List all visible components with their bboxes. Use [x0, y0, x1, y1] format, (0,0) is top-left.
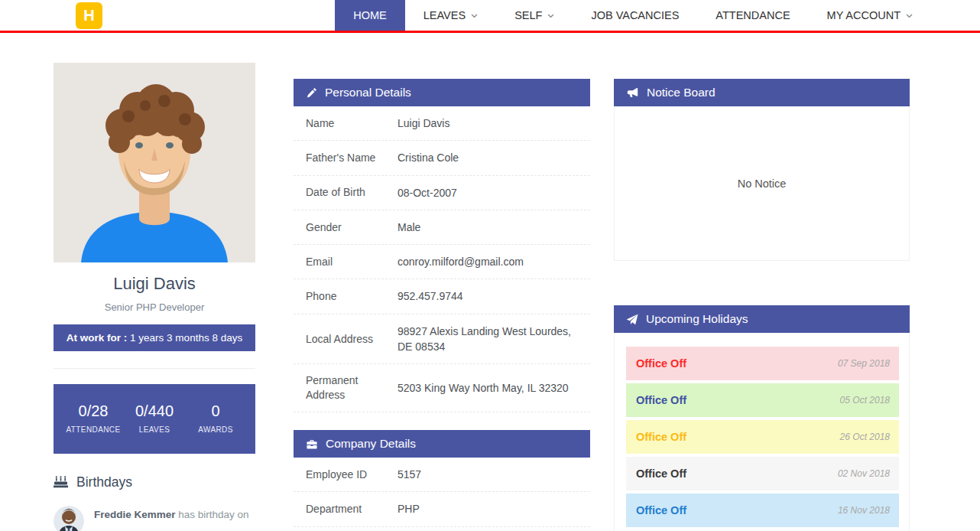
holiday-date: 02 Nov 2018	[838, 468, 890, 479]
nav-item-leaves[interactable]: LEAVES	[405, 0, 496, 31]
holiday-date: 16 Nov 2018	[838, 505, 890, 516]
row-label: Employee ID	[306, 467, 398, 482]
chevron-down-icon	[906, 14, 913, 18]
holiday-date: 07 Sep 2018	[838, 358, 890, 369]
detail-row: Local Address 98927 Alexis Landing West …	[294, 314, 590, 365]
personal-details-header: Personal Details	[294, 79, 590, 106]
stat-label: AWARDS	[185, 425, 246, 434]
holiday-date: 26 Oct 2018	[840, 432, 890, 442]
birthday-person-name: Freddie Kemmer	[94, 509, 176, 520]
nav-item-attendance[interactable]: ATTENDANCE	[697, 0, 808, 31]
detail-row: Father's Name Cristina Cole	[294, 141, 590, 175]
panel-title: Personal Details	[325, 86, 411, 99]
birthdays-title: Birthdays	[76, 474, 132, 490]
stat-awards: 0 AWARDS	[185, 402, 246, 434]
detail-row: Employee ID 5157	[294, 458, 590, 492]
nav-item-self[interactable]: SELF	[496, 0, 573, 31]
holiday-date: 05 Oct 2018	[840, 395, 890, 406]
panel-title: Company Details	[326, 437, 416, 451]
nav-item-home[interactable]: HOME	[335, 0, 405, 31]
top-nav: H HOME LEAVES SELF JOB VACANCIES ATTENDA…	[0, 0, 980, 33]
stat-value: 0/28	[63, 402, 124, 420]
holiday-label: Office Off	[636, 357, 686, 370]
nav-item-my-account[interactable]: MY ACCOUNT	[809, 0, 931, 31]
panel-title: Notice Board	[647, 86, 716, 99]
row-label: Local Address	[306, 332, 398, 347]
app-logo[interactable]: H	[76, 2, 102, 29]
stat-attendance: 0/28 ATTENDANCE	[63, 402, 124, 434]
stat-value: 0/440	[124, 402, 185, 420]
row-value: 5157	[398, 467, 578, 482]
row-value: Cristina Cole	[398, 150, 578, 165]
chevron-down-icon	[471, 14, 478, 18]
upcoming-holidays-panel: Upcoming Holidays Office Off 07 Sep 2018…	[614, 305, 910, 531]
holiday-item: Office Off 26 Oct 2018	[626, 420, 899, 454]
at-work-value: 1 years 3 months 8 days	[130, 332, 242, 344]
divider	[54, 368, 255, 369]
birthday-avatar	[54, 506, 84, 531]
holiday-label: Office Off	[636, 467, 686, 480]
notice-board-panel: Notice Board No Notice	[614, 79, 910, 261]
nav-item-label: HOME	[353, 9, 387, 21]
birthday-list-item: Freddie Kemmer has birthday on	[54, 506, 255, 531]
detail-row: Name Luigi Davis	[294, 106, 590, 141]
row-label: Gender	[306, 220, 398, 235]
detail-row: Department PHP	[294, 492, 590, 526]
nav-menu: HOME LEAVES SELF JOB VACANCIES ATTENDANC…	[335, 0, 980, 31]
nav-item-label: SELF	[514, 9, 542, 21]
stat-label: LEAVES	[124, 425, 185, 434]
details-column: Personal Details Name Luigi Davis Father…	[294, 79, 590, 531]
notice-board-body: No Notice	[614, 106, 910, 261]
row-value: 08-Oct-2007	[398, 185, 578, 200]
megaphone-icon	[626, 87, 639, 99]
detail-row: Gender Male	[294, 210, 590, 245]
row-value: Luigi Davis	[398, 116, 578, 131]
panel-title: Upcoming Holidays	[646, 312, 748, 326]
nav-item-job-vacancies[interactable]: JOB VACANCIES	[573, 0, 697, 31]
detail-row: Email conroy.milford@gmail.com	[294, 245, 590, 279]
row-value: 5203 King Way North May, IL 32320	[398, 380, 578, 396]
at-work-label: At work for :	[67, 332, 128, 344]
row-label: Department	[306, 502, 398, 516]
personal-details-panel: Personal Details Name Luigi Davis Father…	[294, 79, 590, 412]
company-details-header: Company Details	[294, 430, 590, 458]
holiday-item: Office Off 07 Sep 2018	[626, 347, 899, 380]
row-value: PHP	[398, 501, 578, 516]
notice-board-header: Notice Board	[614, 79, 910, 106]
birthdays-heading: Birthdays	[54, 474, 255, 490]
upcoming-holidays-header: Upcoming Holidays	[614, 305, 910, 333]
nav-item-label: JOB VACANCIES	[591, 9, 679, 21]
row-value: conroy.milford@gmail.com	[398, 254, 578, 269]
profile-sidebar: Luigi Davis Senior PHP Developer At work…	[54, 63, 255, 531]
row-label: Date of Birth	[306, 185, 398, 200]
holiday-item: Office Off 02 Nov 2018	[626, 457, 899, 490]
no-notice-text: No Notice	[738, 178, 787, 190]
main-content: Luigi Davis Senior PHP Developer At work…	[0, 33, 980, 531]
stat-value: 0	[185, 402, 246, 420]
holiday-label: Office Off	[636, 504, 686, 516]
briefcase-icon	[306, 438, 318, 450]
birthday-text: Freddie Kemmer has birthday on	[94, 506, 249, 523]
row-label: Name	[306, 116, 398, 131]
row-label: Permanent Address	[306, 373, 398, 402]
stat-label: ATTENDANCE	[63, 425, 124, 434]
holidays-list: Office Off 07 Sep 2018 Office Off 05 Oct…	[614, 333, 910, 531]
at-work-banner: At work for : 1 years 3 months 8 days	[54, 324, 255, 351]
birthday-suffix: has birthday on	[176, 509, 249, 520]
birthday-cake-icon	[54, 476, 68, 489]
row-label: Father's Name	[306, 151, 398, 165]
detail-row: Date of Birth 08-Oct-2007	[294, 176, 590, 210]
row-value: 98927 Alexis Landing West Lourdes, DE 08…	[398, 324, 578, 355]
holiday-label: Office Off	[636, 431, 686, 443]
profile-photo	[54, 63, 255, 262]
row-value: Male	[398, 220, 578, 235]
paper-plane-icon	[626, 314, 638, 325]
employee-name: Luigi Davis	[54, 274, 255, 294]
holiday-label: Office Off	[636, 394, 686, 406]
holiday-item: Office Off 05 Oct 2018	[626, 383, 899, 417]
holiday-item: Office Off 16 Nov 2018	[626, 494, 899, 527]
detail-row: Designation Senior PHP Developer	[294, 527, 590, 531]
row-label: Email	[306, 255, 398, 269]
notices-column: Notice Board No Notice Upcoming Holidays…	[614, 79, 910, 531]
stat-leaves: 0/440 LEAVES	[124, 402, 185, 434]
